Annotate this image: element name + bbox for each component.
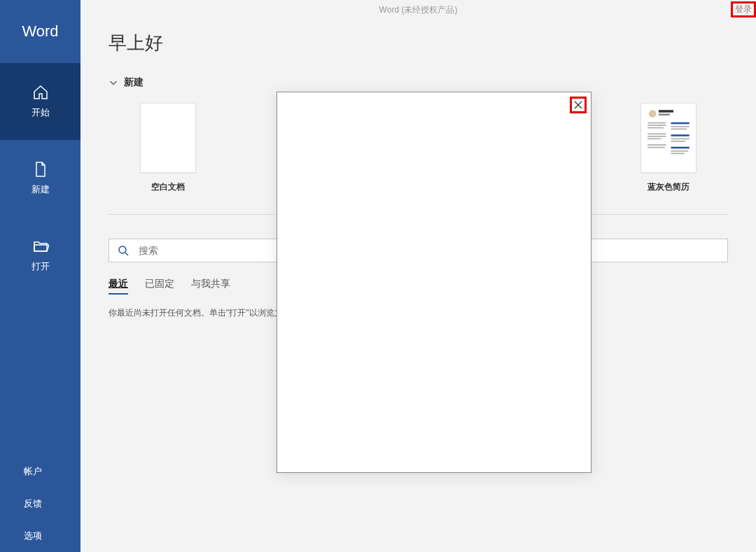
sidebar-item-account[interactable]: 帐户 <box>0 455 80 488</box>
template-thumb <box>640 103 696 173</box>
svg-line-22 <box>125 253 128 255</box>
greeting: 早上好 <box>108 31 728 55</box>
template-thumb <box>140 103 196 173</box>
svg-rect-19 <box>671 150 689 152</box>
svg-rect-4 <box>648 122 666 124</box>
template-blue-gray-resume[interactable]: 蓝灰色简历 <box>609 103 728 193</box>
sidebar-item-home[interactable]: 开始 <box>0 63 80 140</box>
sidebar-item-feedback[interactable]: 反馈 <box>0 488 80 520</box>
sidebar-item-open[interactable]: 打开 <box>0 217 80 294</box>
close-icon <box>574 101 582 109</box>
template-blank-document[interactable]: 空白文档 <box>108 103 227 193</box>
svg-point-1 <box>649 110 657 118</box>
svg-rect-2 <box>659 110 673 113</box>
svg-rect-5 <box>648 125 666 126</box>
sidebar-item-new[interactable]: 新建 <box>0 140 80 217</box>
svg-rect-13 <box>671 126 690 127</box>
svg-rect-12 <box>671 122 690 125</box>
tab-recent[interactable]: 最近 <box>108 278 128 295</box>
svg-rect-15 <box>671 134 690 136</box>
svg-rect-17 <box>671 141 686 142</box>
sidebar-item-label: 新建 <box>31 183 50 196</box>
sidebar-item-label: 打开 <box>31 260 50 273</box>
svg-point-21 <box>119 246 126 253</box>
template-label: 蓝灰色简历 <box>609 181 728 193</box>
modal-dialog <box>276 92 592 473</box>
svg-rect-20 <box>671 153 685 155</box>
signin-button[interactable]: 登录 <box>731 1 756 17</box>
sidebar-item-options[interactable]: 选项 <box>0 520 80 552</box>
window-title: Word (未经授权产品) <box>80 0 756 20</box>
home-icon <box>32 84 49 101</box>
svg-rect-11 <box>648 147 665 148</box>
new-section-toggle[interactable]: 新建 <box>108 76 728 89</box>
chevron-down-icon <box>108 78 118 87</box>
svg-rect-8 <box>648 136 666 137</box>
open-folder-icon <box>32 238 49 255</box>
svg-rect-16 <box>671 139 690 140</box>
close-button[interactable] <box>570 97 587 113</box>
new-file-icon <box>32 161 49 178</box>
svg-rect-14 <box>671 129 687 130</box>
template-label: 空白文档 <box>108 181 227 193</box>
tab-shared[interactable]: 与我共享 <box>191 278 230 295</box>
svg-rect-3 <box>659 114 670 116</box>
sidebar-item-label: 开始 <box>31 106 50 119</box>
svg-rect-9 <box>648 139 661 140</box>
svg-rect-10 <box>648 144 666 146</box>
sidebar: Word 开始 新建 打开 帐户 反馈 选项 <box>0 0 80 552</box>
new-section-label: 新建 <box>124 76 144 89</box>
search-icon <box>118 245 129 256</box>
tab-pinned[interactable]: 已固定 <box>145 278 174 295</box>
svg-rect-18 <box>671 147 690 149</box>
brand-label: Word <box>0 0 80 63</box>
svg-rect-7 <box>648 134 666 135</box>
svg-rect-6 <box>648 127 664 129</box>
